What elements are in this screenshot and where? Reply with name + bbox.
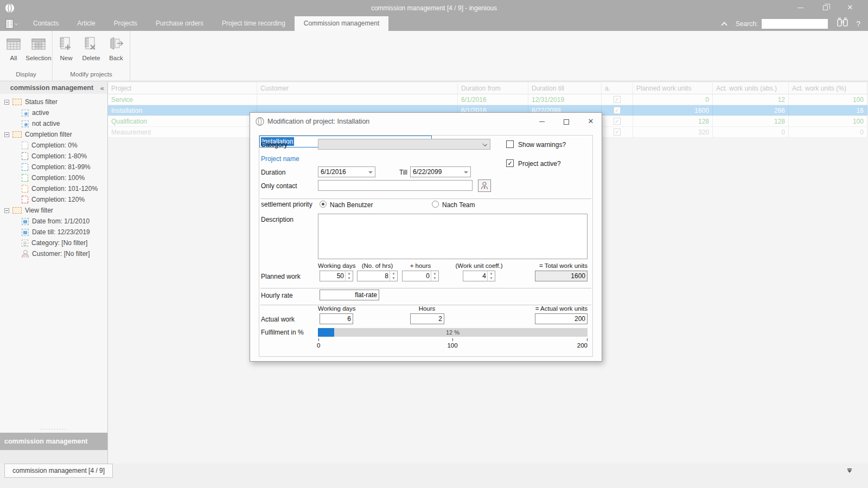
- planned-plus-hours-stepper[interactable]: 0▲▼: [402, 271, 439, 281]
- tab-purchase-orders[interactable]: Purchase orders: [146, 16, 213, 31]
- sidebar-collapse-icon[interactable]: «: [100, 84, 104, 92]
- column-header-planned-work-units[interactable]: Planned work units: [633, 82, 713, 94]
- tree-item-completion-81-99-[interactable]: Completion: 81-99%: [0, 162, 107, 172]
- duration-till-select[interactable]: 6/22/2099: [410, 166, 471, 177]
- window-minimize-button[interactable]: [793, 2, 807, 13]
- tab-commission-management[interactable]: Commission management: [295, 16, 388, 31]
- search-binoculars-icon[interactable]: [837, 17, 848, 30]
- button-label: Back: [109, 55, 123, 61]
- all-button[interactable]: All: [1, 34, 26, 69]
- tree-item-completion-101-120-[interactable]: Completion: 101-120%: [0, 183, 107, 194]
- column-header-duration-from[interactable]: Duration from: [458, 82, 528, 94]
- selection-button[interactable]: Selection: [26, 34, 51, 69]
- tree-item-completion-120-[interactable]: Completion: 120%: [0, 194, 107, 205]
- stepper-arrows-icon[interactable]: ▲▼: [487, 271, 495, 281]
- column-header-act-work-units-abs-[interactable]: Act. work units (abs.): [713, 82, 789, 94]
- cell-planned-work-units: 320: [633, 127, 713, 137]
- help-icon[interactable]: ?: [856, 20, 860, 28]
- pick-contact-button[interactable]: [478, 179, 491, 192]
- column-header-act-work-units-[interactable]: Act. work units (%): [789, 82, 867, 94]
- tree-item-label: Completion: 1-80%: [31, 152, 87, 160]
- show-warnings-checkbox[interactable]: [506, 140, 514, 148]
- stepper-arrows-icon[interactable]: ▲▼: [390, 271, 397, 281]
- active-checkbox-cell: ✓: [602, 127, 633, 137]
- progress-percent-label: 12 %: [318, 328, 588, 337]
- new-button[interactable]: New: [54, 34, 79, 69]
- tree-folder-view-filter[interactable]: View filter: [0, 205, 107, 216]
- tree-item-active[interactable]: active: [0, 107, 107, 118]
- row-active-checkbox[interactable]: ✓: [614, 118, 621, 125]
- scale-tick: [587, 338, 588, 341]
- radio-nach-team-label: Nach Team: [442, 201, 475, 209]
- status-dropdown-icon[interactable]: [847, 470, 852, 473]
- tree-item-label: Completion: 100%: [31, 174, 85, 182]
- dialog-maximize-button[interactable]: [560, 117, 572, 126]
- page-icon: [22, 196, 28, 203]
- window-close-button[interactable]: ✕: [843, 2, 857, 13]
- tree-item-completion-100-[interactable]: Completion: 100%: [0, 172, 107, 183]
- planned-working-days-stepper[interactable]: 50▲▼: [320, 271, 353, 281]
- ribbon-group-display: AllSelectionDisplay: [0, 31, 53, 81]
- cell-act-work-units-abs-: 266: [713, 105, 789, 115]
- tree-item-customer-no-filter-[interactable]: Customer: [No filter]: [0, 248, 107, 259]
- stepper-arrows-icon[interactable]: ▲▼: [431, 271, 438, 281]
- cell-customer: [257, 94, 458, 105]
- cell-act-work-units-: 16: [789, 105, 867, 115]
- row-active-checkbox[interactable]: ✓: [614, 107, 621, 114]
- tab-contacts[interactable]: Contacts: [24, 16, 68, 31]
- tree-folder-status-filter[interactable]: Status filter: [0, 97, 107, 107]
- row-active-checkbox[interactable]: ✓: [614, 96, 621, 103]
- planned-coeff-stepper[interactable]: 4▲▼: [463, 271, 495, 281]
- actual-hours-input[interactable]: 2: [410, 313, 444, 324]
- app-menu-button[interactable]: [0, 16, 24, 31]
- sidebar-splitter[interactable]: ··········: [0, 427, 107, 433]
- description-textarea[interactable]: [318, 214, 588, 259]
- tree-item-label: not active: [32, 120, 60, 127]
- button-label: New: [60, 55, 72, 61]
- chevron-down-icon: [482, 142, 487, 146]
- window-restore-button[interactable]: [818, 2, 832, 13]
- column-header-project[interactable]: Project: [108, 82, 257, 94]
- only-contact-input[interactable]: [318, 180, 473, 191]
- stepper-arrows-icon[interactable]: ▲▼: [345, 271, 353, 281]
- project-active-checkbox[interactable]: ✓: [506, 159, 514, 167]
- tree-item-not-active[interactable]: not active: [0, 118, 107, 129]
- fulfilment-progress-bar: 12 %: [318, 328, 588, 337]
- table-row-service[interactable]: Service6/1/201612/31/2019✓012100: [108, 94, 867, 105]
- search-input[interactable]: [762, 19, 828, 29]
- duration-label: Duration: [261, 169, 285, 176]
- tree-item-completion-1-80-[interactable]: Completion: 1-80%: [0, 151, 107, 162]
- tree-folder-completion-filter[interactable]: Completion filter: [0, 129, 107, 140]
- planned-no-of-hrs-stepper[interactable]: 8▲▼: [357, 271, 398, 281]
- radio-nach-team[interactable]: [432, 201, 439, 208]
- tree-item-category-no-filter-[interactable]: Category: [No filter]: [0, 237, 107, 248]
- tab-article[interactable]: Article: [68, 16, 104, 31]
- radio-nach-benutzer[interactable]: [320, 201, 327, 208]
- tree-item-date-till-12-23-2019[interactable]: Date till: 12/23/2019: [0, 227, 107, 237]
- dialog-close-button[interactable]: ✕: [585, 117, 597, 126]
- delete-button[interactable]: Delete: [79, 34, 104, 69]
- column-header-customer[interactable]: Customer: [257, 82, 458, 94]
- tree-item-date-from-1-1-2010[interactable]: Date from: 1/1/2010: [0, 216, 107, 227]
- expander-minus-icon[interactable]: [4, 100, 9, 105]
- tab-project-time-recording[interactable]: Project time recording: [213, 16, 295, 31]
- hourly-rate-input[interactable]: flat-rate: [320, 290, 379, 300]
- dialog-minimize-button[interactable]: [536, 117, 548, 126]
- category-select[interactable]: [318, 139, 490, 150]
- expander-minus-icon[interactable]: [4, 132, 9, 137]
- cell-planned-work-units: 0: [633, 94, 713, 105]
- sidebar-footer-bar[interactable]: commission management: [0, 433, 107, 450]
- row-active-checkbox[interactable]: ✓: [614, 129, 621, 136]
- tab-projects[interactable]: Projects: [105, 16, 146, 31]
- column-header-a-[interactable]: a.: [602, 82, 633, 94]
- duration-from-select[interactable]: 6/1/2016: [318, 166, 375, 177]
- page-icon: [22, 142, 28, 149]
- actual-working-days-input[interactable]: 6: [320, 313, 353, 324]
- planned-col-no-of-hrs: (No. of hrs): [357, 262, 398, 269]
- back-button[interactable]: Back: [104, 34, 129, 69]
- collapse-ribbon-icon[interactable]: [722, 21, 727, 27]
- column-header-duration-till[interactable]: Duration till: [528, 82, 602, 94]
- expander-minus-icon[interactable]: [4, 208, 9, 213]
- tree-item-completion-0-[interactable]: Completion: 0%: [0, 140, 107, 151]
- status-tab[interactable]: commission management [4 / 9]: [4, 464, 113, 478]
